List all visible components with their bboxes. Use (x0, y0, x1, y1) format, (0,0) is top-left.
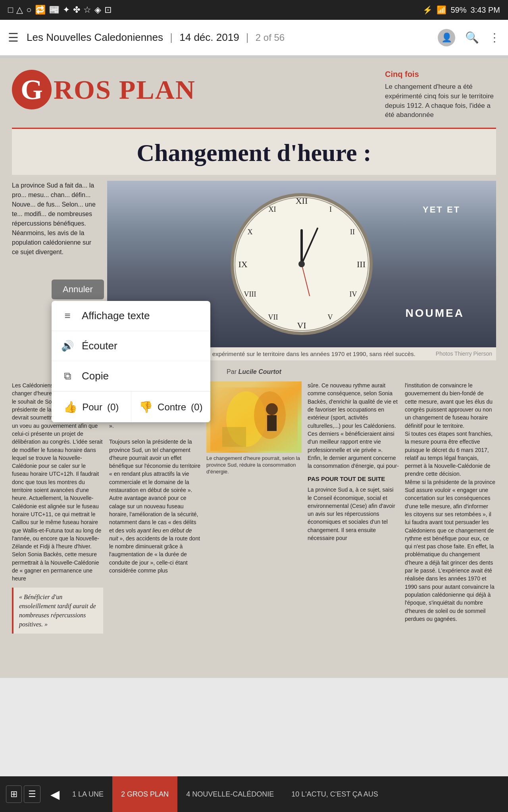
page-4-label: NOUVELLE-CALÉDONIE (192, 790, 274, 799)
headline-title: Changement d'heure : (12, 129, 496, 175)
text-view-icon: ≡ (61, 310, 74, 322)
page-2-num: 2 (121, 790, 125, 799)
article-header: G ROS PLAN Cinq fois Le changement d'heu… (12, 70, 496, 120)
noumea-text: NOUMEA (406, 307, 464, 320)
caption-credit: Photos Thierry Pierson (436, 350, 492, 357)
energy-image-svg (210, 387, 298, 451)
affichage-texte-label: Affichage texte (82, 310, 150, 322)
icon-1: □ (8, 5, 13, 15)
status-icons-left: □ △ ○ 🔁 📰 ✦ ✤ ☆ ◈ ⊡ (8, 5, 112, 15)
svg-text:VII: VII (268, 313, 278, 321)
menu-icon[interactable]: ☰ (8, 31, 19, 44)
gros-plan-logo: G ROS PLAN (12, 70, 196, 109)
cinq-fois-text: Le changement d'heure a été expérimenté … (385, 82, 496, 120)
grid-icon: ⊞ (10, 789, 17, 799)
pour-button[interactable]: 👍 Pour (0) (52, 392, 131, 422)
affichage-texte-item[interactable]: ≡ Affichage texte (52, 301, 210, 331)
grid-view-button[interactable]: ⊞ (6, 785, 22, 803)
contre-button[interactable]: 👎 Contre (0) (131, 392, 211, 422)
icon-10: ⊡ (104, 5, 112, 15)
article-col-4: l'institution de convaincre le gouvernem… (405, 381, 496, 638)
copie-item[interactable]: ⧉ Copie (52, 361, 210, 391)
col4-text: l'institution de convaincre le gouvernem… (405, 381, 496, 623)
prev-page-button[interactable]: ◀ (46, 787, 64, 801)
icon-5: 📰 (49, 5, 60, 15)
icon-7: ✤ (73, 5, 80, 15)
center-image (206, 381, 302, 453)
icon-3: ○ (26, 5, 31, 15)
list-view-button[interactable]: ☰ (24, 785, 40, 803)
list-icon: ☰ (28, 789, 36, 799)
status-bar: □ △ ○ 🔁 📰 ✦ ✤ ☆ ◈ ⊡ ⚡ 📶 59% 3:43 PM (0, 0, 508, 20)
pour-count: (0) (107, 402, 119, 413)
svg-text:IX: IX (238, 259, 247, 269)
copie-label: Copie (82, 370, 109, 382)
col3-text: sûre. Ce nouveau rythme aurait comme con… (308, 381, 399, 470)
svg-text:II: II (350, 228, 355, 236)
context-menu: ≡ Affichage texte 🔊 Écouter ⧉ Copie 👍 Po… (52, 301, 210, 422)
clock-svg: XII III VI IX I II IV V VII VIII X XI (226, 189, 377, 339)
page-4-num: 4 (186, 790, 190, 799)
article-col-3: sûre. Ce nouveau rythme aurait comme con… (308, 381, 399, 638)
page-10-num: 10 (291, 790, 299, 799)
top-nav: ☰ Les Nouvelles Caledoniennes | 14 déc. … (0, 20, 508, 56)
col3-continue: La province Sud a, à ce sujet, saisi le … (308, 486, 399, 542)
nav-page-2-gros-plan[interactable]: 2 GROS PLAN (112, 776, 177, 812)
status-icons-right: ⚡ 📶 59% 3:43 PM (423, 5, 500, 15)
publication-date: 14 déc. 2019 (179, 31, 239, 43)
signal-icon: 📶 (437, 5, 446, 15)
author-name: Lucile Courtot (238, 368, 281, 375)
pull-quote: « Bénéficier d'un ensoleillement tardif … (12, 588, 103, 634)
search-icon[interactable]: 🔍 (465, 31, 479, 44)
icon-8: ☆ (83, 5, 91, 15)
svg-text:VIII: VIII (244, 290, 256, 298)
cancel-button[interactable]: Annuler (52, 280, 104, 299)
center-img-caption: Le changement d'heure pourrait, selon la… (206, 455, 302, 475)
svg-text:III: III (357, 259, 366, 269)
thumbs-down-icon: 👎 (139, 400, 153, 414)
center-image-col: Le changement d'heure pourrait, selon la… (206, 381, 302, 638)
cinq-fois-box: Cinq fois Le changement d'heure a été ex… (385, 70, 496, 120)
main-content: G ROS PLAN Cinq fois Le changement d'heu… (0, 58, 508, 678)
nav-page-4-nouvelle-caledonie[interactable]: 4 NOUVELLE-CALÉDONIE (177, 776, 283, 812)
svg-text:V: V (328, 313, 333, 321)
battery-text: 59% (450, 6, 466, 15)
svg-text:VI: VI (297, 320, 306, 330)
svg-rect-24 (267, 415, 277, 431)
nav-page-10-lactu[interactable]: 10 L'ACTU, C'EST ÇA AUS (283, 776, 387, 812)
svg-rect-22 (222, 427, 246, 447)
ecouter-item[interactable]: 🔊 Écouter (52, 331, 210, 361)
headline-section: Changement d'heure : La province Sud a f… (12, 129, 496, 360)
user-avatar[interactable]: 👤 (438, 29, 455, 46)
contre-label: Contre (158, 402, 186, 413)
svg-point-23 (266, 403, 278, 415)
svg-point-17 (298, 261, 305, 267)
page-1-num: 1 (72, 790, 76, 799)
icon-4: 🔁 (35, 5, 46, 15)
ecouter-label: Écouter (82, 340, 117, 352)
article-intro-text: La province Sud a fait da... la pro... m… (12, 181, 99, 257)
page-info: 2 of 56 (256, 32, 285, 43)
separator-2: | (246, 31, 252, 43)
logo-g-circle: G (12, 70, 52, 109)
contre-count: (0) (191, 402, 202, 413)
yet-et-label: YET ET (423, 205, 460, 215)
logo-text: ROS PLAN (48, 74, 196, 105)
votes-row: 👍 Pour (0) 👎 Contre (0) (52, 391, 210, 422)
nav-page-1-une[interactable]: 1 LA UNE (64, 776, 112, 812)
more-options-icon[interactable]: ⋮ (489, 31, 500, 44)
separator-1: | (170, 31, 175, 43)
context-menu-overlay: Annuler ≡ Affichage texte 🔊 Écouter ⧉ Co… (52, 280, 210, 422)
copy-icon: ⧉ (61, 370, 74, 382)
svg-text:I: I (329, 205, 332, 213)
nav-title-area: Les Nouvelles Caledoniennes | 14 déc. 20… (27, 31, 430, 44)
bottom-nav: ⊞ ☰ ◀ 1 LA UNE 2 GROS PLAN 4 NOUVELLE-CA… (0, 776, 508, 812)
page-10-label: L'ACTU, C'EST ÇA AUS (301, 790, 378, 799)
svg-text:X: X (248, 228, 253, 236)
bottom-nav-left: ⊞ ☰ (0, 785, 46, 803)
page-1-label: LA UNE (78, 790, 104, 799)
nav-icons: 👤 🔍 ⋮ (438, 29, 500, 46)
icon-2: △ (16, 5, 23, 15)
svg-text:XI: XI (269, 205, 276, 213)
page-2-label: GROS PLAN (127, 790, 169, 799)
